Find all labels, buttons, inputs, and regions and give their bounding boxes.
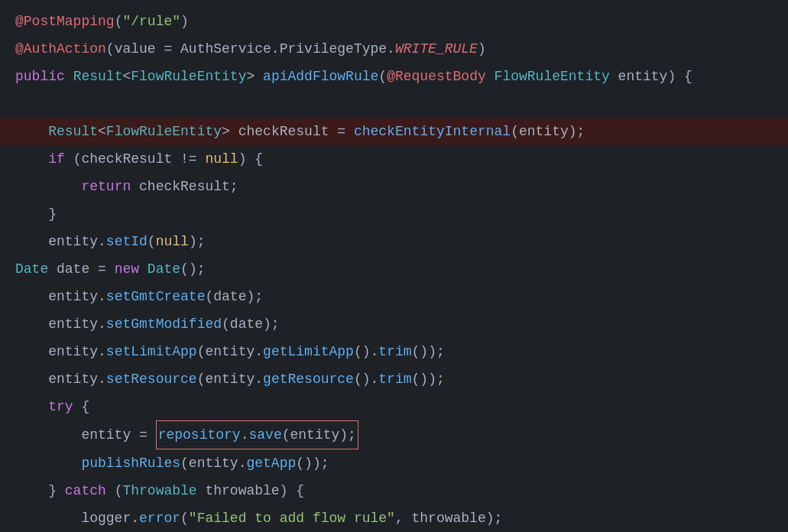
code-line: @PostMapping("/rule") — [0, 8, 788, 35]
code-line: public Result<FlowRuleEntity> apiAddFlow… — [0, 63, 788, 90]
code-line: entity.setGmtModified(date); — [0, 310, 788, 338]
annotation-token: @AuthAction — [15, 35, 106, 63]
code-line: Date date = new Date(); — [0, 255, 788, 283]
repository-save-box: repository.save(entity); — [156, 420, 358, 449]
code-line: entity.setGmtCreate(date); — [0, 283, 788, 310]
code-line: publishRules(entity.getApp()); — [0, 449, 788, 477]
code-line: entity.setResource(entity.getResource().… — [0, 365, 788, 393]
code-line-with-box: entity = repository.save(entity); — [0, 420, 788, 449]
code-line: return checkResult; — [0, 173, 788, 200]
annotation-token: @PostMapping — [15, 8, 115, 35]
code-line: if (checkResult != null) { — [0, 145, 788, 173]
code-line-highlighted: Result<FlowRuleEntity> checkResult = che… — [0, 118, 788, 145]
code-line: entity.setLimitApp(entity.getLimitApp().… — [0, 338, 788, 365]
code-editor: @PostMapping("/rule") @AuthAction(value … — [0, 0, 788, 532]
code-line: logger.error("Failed to add flow rule", … — [0, 504, 788, 532]
code-line: entity.setId(null); — [0, 228, 788, 255]
code-line: try { — [0, 393, 788, 420]
code-line: } — [0, 200, 788, 228]
code-line: @AuthAction(value = AuthService.Privileg… — [0, 35, 788, 63]
code-line: } catch (Throwable throwable) { — [0, 477, 788, 504]
code-line — [0, 90, 788, 118]
